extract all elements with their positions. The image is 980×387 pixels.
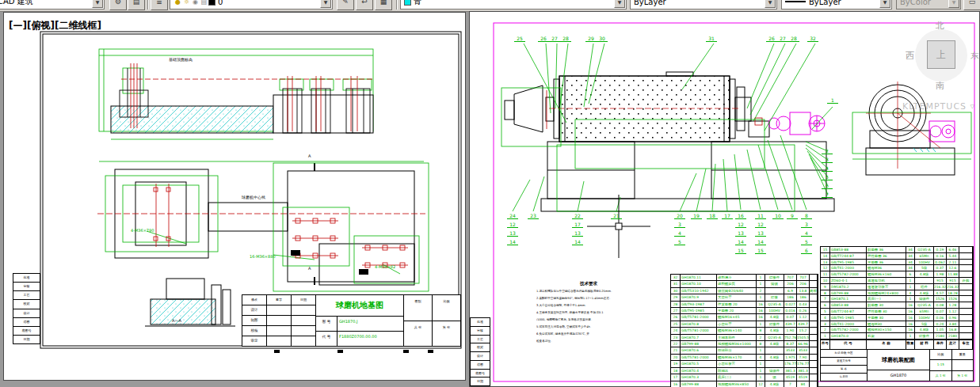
notes-title: 技术要求 <box>536 281 641 286</box>
properties-button[interactable]: ▭ <box>963 0 980 10</box>
margin-cell: 日期 <box>471 378 490 385</box>
balloon-number: 14 <box>755 239 766 245</box>
viewcube-top-face[interactable]: 上 <box>927 40 955 69</box>
bom-row: 20GB/T5781-2000 螺栓M36×1704 4.8级1.975 7.9… <box>671 355 818 361</box>
bom-row: 21GH1870.6 回转部分1 3533 3533 <box>671 347 818 354</box>
color-combo-value: 青 <box>414 0 421 7</box>
balloon-number: 12 <box>735 222 746 228</box>
note-line: 4.主轴承安装应找正找平, 纵横水平度误差 不超过0.1 <box>536 309 641 317</box>
balloon-number: 6 <box>822 183 833 189</box>
balloon-number: 17 <box>722 213 733 219</box>
drawing-code: GH1870 <box>868 370 929 381</box>
balloon-number: 6 <box>801 248 812 254</box>
note-line: 5.试车前注入润滑油脂, 空载试车不少于4h。 <box>536 324 641 331</box>
chevron-down-icon[interactable]: ▼ <box>320 0 331 8</box>
balloon-number: 3 <box>674 222 685 228</box>
workspace-settings-button[interactable]: ⚙ <box>109 0 127 10</box>
title-block-cell: 签 名 <box>821 366 867 374</box>
balloon-number: 11 <box>755 213 766 219</box>
margin-cell: 批准 <box>471 318 490 327</box>
viewcube-north-label[interactable]: 北 <box>936 20 944 32</box>
bom-row: 18GH1870.4 联轴器1 铸钢件381.3 381.3 <box>671 368 818 374</box>
balloon-number: 12 <box>507 222 518 228</box>
viewcube-east-label[interactable]: 东 <box>970 50 979 62</box>
window-tool-button[interactable]: ▤ <box>128 0 145 10</box>
bom-row: 12GB/T41-2000 螺母M3634 5级0.37 12.6 <box>821 265 973 271</box>
toolbar-separator <box>396 0 398 9</box>
make-layer-current-button[interactable]: ✎ <box>337 0 354 10</box>
title-block-cell: 共 张 <box>404 321 433 347</box>
layer-state-icon: ▦ <box>380 0 387 6</box>
bom-row: 22GB799-88 地脚螺栓M36×10008 4.8级8.37 66.96 <box>671 341 818 347</box>
balloon-number: 25 <box>514 36 525 42</box>
margin-cell: 审核 <box>471 327 490 336</box>
bom-row: 11GB/T5782-2000 螺栓M36×1606 4.8级1.98 11.8… <box>821 271 973 278</box>
bom-row: 1GH1870.0 机架1 焊接件2180 2180 <box>821 333 973 339</box>
lineweight-combo-value: ByLayer <box>809 0 841 6</box>
title-block-cell: 标记 处数 分区 <box>821 350 867 358</box>
layer-lock-icon: ◉ <box>192 0 199 6</box>
layer-states-button[interactable]: ▦ <box>375 0 392 10</box>
bom-row: 7GH1870.1 底座(一)1 铸钢件1526 1526 <box>821 296 973 302</box>
note-line: /1000, 地脚螺栓拧紧后, 复测各部安装精度。 <box>536 317 641 324</box>
top-toolbar: CAD 建筑 ▼ ⚙ ▤ ≣ ● ☼ ◉ ▤ 0 ▼ ✎ ↩ ▦ 青 ▼ ByL… <box>0 0 980 12</box>
chevron-down-icon[interactable]: ▼ <box>614 0 625 8</box>
balloon-number: 3 <box>822 157 833 163</box>
balloon-number: 17 <box>572 222 583 228</box>
viewport-label[interactable]: [—][俯视][二维线框] <box>9 19 101 32</box>
drawing-label: A—A <box>172 318 181 323</box>
balloon-number: 9 <box>787 213 798 219</box>
chevron-down-icon[interactable]: ▼ <box>879 0 890 8</box>
margin-cell: 底图号 <box>471 370 490 378</box>
right-drawing-window[interactable]: 北 西 东 南 上 KLTEMPTUCS ▿ 25262728293031262… <box>469 11 980 387</box>
balloon-number: 22 <box>572 213 583 219</box>
balloon-number: 5 <box>822 174 833 180</box>
workspace-combo[interactable]: CAD 建筑 ▼ <box>0 0 105 9</box>
balloon-number: 26 <box>538 36 549 42</box>
left-drawing-window[interactable]: [—][俯视][二维线框] 基础顶面标高球磨机中心线4-M36×79016-M3… <box>3 12 466 381</box>
chevron-down-icon: ▼ <box>948 0 959 8</box>
balloon-number: 27 <box>777 36 788 42</box>
bom-row: 14GB/T7244-87 弹性垫圈 3634 65Mn0.16 5.44 <box>821 253 973 260</box>
balloon-number: 28 <box>560 36 571 42</box>
watermark: KLTEMPTUCS ▿ <box>902 101 975 112</box>
balloon-number: 14 <box>572 239 583 245</box>
viewcube-west-label[interactable]: 西 <box>906 50 914 62</box>
chevron-down-icon[interactable]: ▼ <box>92 0 103 8</box>
chevron-down-icon[interactable]: ▼ <box>765 0 776 8</box>
bom-table-right: 15GB853-88 斜垫圈 3634 Q235-A0.19 6.46 14GB… <box>820 246 974 340</box>
linetype-combo[interactable]: ByLayer ▼ <box>630 0 777 9</box>
weight-value <box>952 360 974 370</box>
color-control-combo[interactable]: 青 ▼ <box>400 0 627 9</box>
pencil-layer-icon: ✎ <box>342 0 349 6</box>
note-line: 2.装配时中空轴瓦接触角90°, 侧间隙1.17~1.45mm左右。 <box>536 295 641 302</box>
sheet-number: 第 1 张 <box>952 371 974 381</box>
lineweight-combo[interactable]: ByLayer ▼ <box>781 0 892 9</box>
balloon-number: 10 <box>772 213 784 219</box>
layer-combo[interactable]: ● ☼ ◉ ▤ 0 ▼ <box>170 0 333 9</box>
balloon-number: 5 <box>801 239 812 245</box>
code2-label: 代 号 <box>316 332 337 346</box>
plotstyle-combo: ByColor ▼ <box>896 0 961 9</box>
weight-label: 重量 <box>952 350 974 359</box>
title-block-head: 签字 <box>267 295 292 305</box>
drawing-label: 16-M36×880 <box>250 254 276 259</box>
bom-row: 13GB/T95-1985 平垫圈 3634 100HV0.062 2.11 <box>821 260 973 266</box>
layer-combo-value: 0 <box>218 0 223 6</box>
drawing-code: GH1870.J <box>337 317 403 331</box>
layer-manager-button[interactable]: ≣ <box>151 0 168 10</box>
layer-previous-button[interactable]: ↩ <box>356 0 373 10</box>
margin-cell: 校对 <box>13 300 40 309</box>
balloon-number: 4 <box>674 230 685 237</box>
margin-cell: 工艺 <box>471 336 490 344</box>
balloon-number: 30 <box>597 36 608 42</box>
balloon-number: 13 <box>572 230 583 237</box>
viewcube-south-label[interactable]: 南 <box>936 80 944 92</box>
title-block-cell: 第 张 <box>433 321 460 347</box>
viewcube[interactable]: 北 西 东 南 上 <box>904 18 980 101</box>
bom-row: 26GB/T5781-2000 螺栓M16×4516 4.8级0.07 1.12 <box>671 314 818 321</box>
bom-row: 2GB/T5782-2000 螺栓M30×15016 4.8级1.05 16.8 <box>821 327 973 333</box>
title-block-head: 日期 <box>292 295 315 305</box>
right-margin-strip: 批准审核工艺校对设计描图底图号日期 <box>470 317 490 386</box>
bom-row: 28GB/T93-1987 弹簧垫圈 2016 Q235-A0.027 0.43 <box>671 302 818 308</box>
